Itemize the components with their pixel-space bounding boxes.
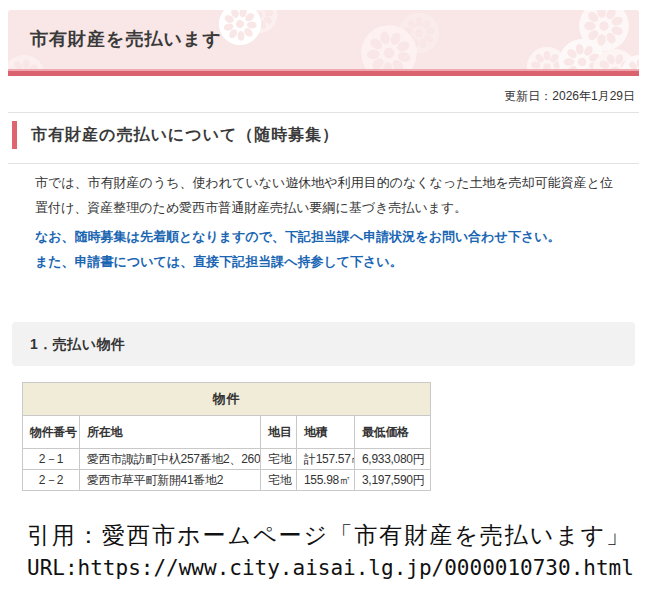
note-bring-application: また、申請書については、直接下記担当課へ持参して下さい。 bbox=[35, 254, 403, 270]
page: { "header": { "title": "市有財産を売払います", "de… bbox=[0, 0, 647, 600]
col-header-minimum-price: 最低価格 bbox=[355, 416, 431, 449]
table-caption-row: 物件 bbox=[23, 383, 431, 416]
lotus-pattern-icon bbox=[620, 54, 639, 69]
cell-land-area: 155.98㎡ bbox=[297, 470, 355, 491]
table-header-row: 物件番号 所在地 地目 地積 最低価格 bbox=[23, 416, 431, 449]
cell-land-category: 宅地 bbox=[261, 470, 297, 491]
header-accent-stripe bbox=[8, 69, 639, 76]
updated-date: 更新日：2026年1月29日 bbox=[504, 88, 635, 105]
note-first-come-first-served: なお、随時募集は先着順となりますので、下記担当課へ申請状況をお問い合わせ下さい。 bbox=[35, 229, 560, 245]
page-header: 市有財産を売払います bbox=[8, 10, 639, 69]
citation-url: URL:https://www.city.aisai.lg.jp/0000010… bbox=[27, 552, 634, 585]
intro-paragraph: 市では、市有財産のうち、使われていない遊休地や利用目的のなくなった土地を売却可能… bbox=[35, 170, 615, 220]
property-table: 物件 物件番号 所在地 地目 地積 最低価格 2－1 愛西市諏訪町中杁257番地… bbox=[22, 382, 431, 491]
cell-location: 愛西市諏訪町中杁257番地2、260番6 bbox=[80, 449, 261, 470]
col-header-location: 所在地 bbox=[80, 416, 261, 449]
divider-line bbox=[8, 163, 639, 164]
cell-location: 愛西市草平町新開41番地2 bbox=[80, 470, 261, 491]
cell-property-number: 2－1 bbox=[23, 449, 80, 470]
table-row: 2－1 愛西市諏訪町中杁257番地2、260番6 宅地 計157.57㎡ 6,9… bbox=[23, 449, 431, 470]
lotus-pattern-icon bbox=[8, 51, 49, 69]
table-caption: 物件 bbox=[23, 383, 431, 416]
citation-block: 引用：愛西市ホームページ「市有財産を売払います」 URL:https://www… bbox=[27, 519, 634, 585]
list-heading-properties: 1．売払い物件 bbox=[12, 322, 635, 366]
table-row: 2－2 愛西市草平町新開41番地2 宅地 155.98㎡ 3,197,590円 bbox=[23, 470, 431, 491]
page-title: 市有財産を売払います bbox=[30, 27, 222, 51]
cell-land-category: 宅地 bbox=[261, 449, 297, 470]
cell-minimum-price: 6,933,080円 bbox=[355, 449, 431, 470]
section-heading: 市有財産の売払いについて（随時募集） bbox=[12, 121, 339, 149]
col-header-land-area: 地積 bbox=[297, 416, 355, 449]
col-header-land-category: 地目 bbox=[261, 416, 297, 449]
citation-source: 引用：愛西市ホームページ「市有財産を売払います」 bbox=[27, 519, 634, 552]
divider-line bbox=[8, 112, 639, 113]
cell-property-number: 2－2 bbox=[23, 470, 80, 491]
cell-land-area: 計157.57㎡ bbox=[297, 449, 355, 470]
col-header-property-number: 物件番号 bbox=[23, 416, 80, 449]
cell-minimum-price: 3,197,590円 bbox=[355, 470, 431, 491]
